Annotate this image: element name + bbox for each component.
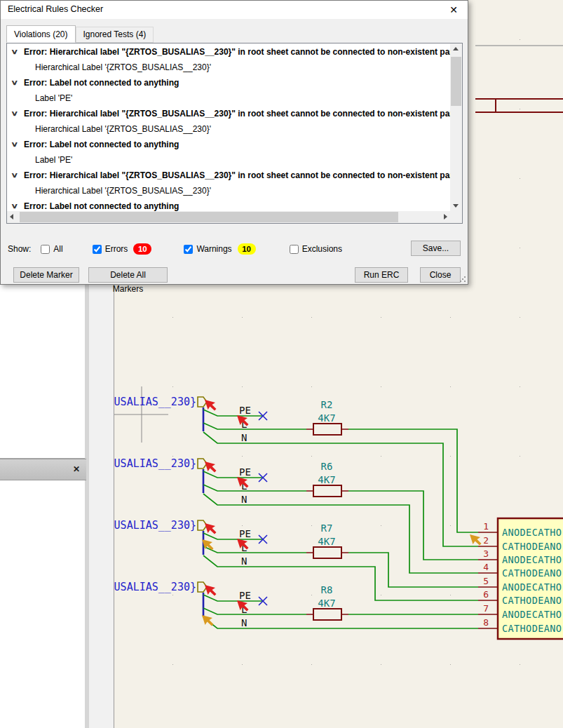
- left-pane-titlebar[interactable]: ✕: [0, 459, 86, 480]
- scroll-up-button[interactable]: [450, 43, 462, 55]
- close-button[interactable]: Close: [420, 267, 461, 283]
- scroll-left-button[interactable]: [7, 211, 19, 223]
- wire-pe[interactable]: [203, 471, 263, 478]
- violations-list[interactable]: ∨Error: Hierarchical label "{ZRTOS_BUSAL…: [6, 43, 463, 224]
- wire-pe[interactable]: [203, 410, 263, 416]
- errors-checkbox[interactable]: [93, 245, 102, 254]
- list-item[interactable]: ∨Error: Label not connected to anything: [7, 137, 450, 152]
- close-icon[interactable]: ✕: [71, 464, 82, 475]
- pin-number: 8: [483, 617, 489, 628]
- bus-label[interactable]: BUSALIAS__230}: [108, 457, 196, 470]
- bus-group-2[interactable]: BUSALIAS__230} PE L N R6 4K7: [108, 457, 478, 573]
- chevron-down-icon[interactable]: ∨: [11, 75, 18, 90]
- error-marker-icon[interactable]: [205, 461, 217, 473]
- resistor-value[interactable]: 4K7: [318, 474, 335, 485]
- warning-marker-icon[interactable]: [470, 534, 482, 546]
- vertical-scroll-thumb[interactable]: [451, 57, 461, 106]
- bus-group-4[interactable]: BUSALIAS__230} PE L N R8 4K7: [108, 581, 478, 628]
- resistor-ref[interactable]: R8: [321, 584, 333, 595]
- error-marker-icon[interactable]: [205, 585, 217, 596]
- list-item[interactable]: ∨Error: Hierarchical label "{ZRTOS_BUSAL…: [7, 44, 450, 60]
- resistor-value[interactable]: 4K7: [318, 536, 335, 547]
- list-item[interactable]: ∨Error: Label not connected to anything: [7, 75, 450, 90]
- resistor-body[interactable]: [313, 424, 341, 435]
- error-marker-icon[interactable]: [205, 523, 217, 534]
- show-label: Show:: [8, 244, 31, 254]
- wire-l[interactable]: [203, 608, 306, 614]
- chevron-down-icon[interactable]: ∨: [11, 168, 18, 183]
- net-label-n[interactable]: N: [241, 555, 247, 567]
- filter-row: Show: All Errors 10 Warnings 10 Exclusio…: [8, 242, 349, 256]
- bus-label[interactable]: BUSALIAS__230}: [108, 581, 196, 593]
- resistor-value[interactable]: 4K7: [318, 412, 335, 424]
- warnings-checkbox[interactable]: [184, 245, 193, 254]
- wire-l[interactable]: [203, 485, 306, 491]
- resize-grip[interactable]: [459, 276, 466, 283]
- tab-violations[interactable]: Violations (20): [6, 25, 76, 43]
- net-label-n[interactable]: N: [241, 494, 247, 505]
- chevron-down-icon[interactable]: ∨: [11, 106, 18, 121]
- run-erc-button[interactable]: Run ERC: [355, 267, 408, 283]
- list-item[interactable]: Label 'PE': [7, 90, 450, 106]
- checkbox-warnings[interactable]: Warnings: [184, 244, 231, 254]
- delete-marker-button[interactable]: Delete Marker: [13, 267, 79, 283]
- resistor-ref[interactable]: R6: [321, 461, 333, 472]
- resistor-body[interactable]: [313, 609, 341, 620]
- resistor-ref[interactable]: R2: [321, 399, 333, 410]
- error-marker-icon[interactable]: [205, 400, 217, 411]
- tab-ignored-tests[interactable]: Ignored Tests (4): [76, 27, 154, 43]
- list-item[interactable]: Label 'PE': [7, 152, 450, 168]
- wire-out[interactable]: [348, 429, 478, 532]
- list-item[interactable]: Hierarchical Label '{ZRTOS_BUSALIAS__230…: [7, 121, 450, 137]
- chevron-down-icon[interactable]: ∨: [11, 44, 18, 60]
- delete-all-markers-button[interactable]: Delete All Markers: [88, 267, 168, 283]
- errors-count-badge: 10: [133, 243, 151, 255]
- checkbox-exclusions[interactable]: Exclusions: [290, 244, 342, 254]
- list-item[interactable]: ∨Error: Hierarchical label "{ZRTOS_BUSAL…: [7, 168, 450, 183]
- horizontal-scrollbar[interactable]: [7, 211, 450, 223]
- net-label-pe[interactable]: PE: [239, 466, 251, 478]
- horizontal-scroll-thumb[interactable]: [20, 212, 398, 222]
- chevron-down-icon[interactable]: ∨: [11, 137, 18, 152]
- chevron-down-icon[interactable]: ∨: [11, 198, 18, 211]
- list-item[interactable]: ∨Error: Label not connected to anything: [7, 198, 450, 211]
- scroll-down-button[interactable]: [450, 199, 462, 211]
- net-label-pe[interactable]: PE: [239, 405, 251, 416]
- checkbox-all[interactable]: All: [41, 244, 62, 254]
- bus-label[interactable]: BUSALIAS__230}: [108, 396, 196, 408]
- net-label-n[interactable]: N: [241, 617, 247, 628]
- resistor-body[interactable]: [313, 547, 341, 558]
- list-item[interactable]: ∨Error: Hierarchical label "{ZRTOS_BUSAL…: [7, 106, 450, 121]
- pin-number: 2: [483, 535, 489, 546]
- scroll-right-button[interactable]: [438, 211, 450, 223]
- resistor-value[interactable]: 4K7: [318, 598, 335, 609]
- list-item[interactable]: Hierarchical Label '{ZRTOS_BUSALIAS__230…: [7, 183, 450, 198]
- ic-symbol[interactable]: 1 2 3 4 5 6 7 8 ANODECATHO CATHODEANO AN…: [470, 518, 563, 639]
- wire-l[interactable]: [203, 423, 306, 429]
- all-checkbox[interactable]: [41, 245, 50, 254]
- wire-pe[interactable]: [203, 595, 263, 601]
- save-button[interactable]: Save...: [411, 241, 461, 256]
- list-item[interactable]: Hierarchical Label '{ZRTOS_BUSALIAS__230…: [7, 60, 450, 75]
- bus-label[interactable]: BUSALIAS__230}: [108, 519, 196, 532]
- wire-l[interactable]: [203, 546, 306, 553]
- resistor-ref[interactable]: R7: [321, 523, 333, 534]
- wire-pe[interactable]: [203, 533, 263, 539]
- left-pane-bottom[interactable]: [0, 479, 86, 728]
- pin-name: ANODECATHO: [502, 527, 562, 538]
- net-label-n[interactable]: N: [241, 432, 247, 443]
- wire-out[interactable]: [348, 491, 478, 560]
- close-icon[interactable]: ✕: [447, 3, 461, 17]
- wire-out[interactable]: [348, 553, 478, 587]
- left-pane-top[interactable]: [0, 285, 86, 459]
- vertical-scrollbar[interactable]: [450, 43, 462, 211]
- exclusions-checkbox[interactable]: [290, 245, 299, 254]
- resistor-body[interactable]: [313, 485, 341, 497]
- warnings-count-badge: 10: [238, 243, 256, 255]
- warning-marker-icon[interactable]: [202, 615, 214, 626]
- dialog-titlebar[interactable]: Electrical Rules Checker ✕: [1, 1, 468, 19]
- checkbox-errors[interactable]: Errors: [93, 244, 128, 254]
- net-label-pe[interactable]: PE: [239, 528, 251, 539]
- net-label-pe[interactable]: PE: [239, 590, 251, 601]
- cursor-crosshair: [114, 386, 168, 443]
